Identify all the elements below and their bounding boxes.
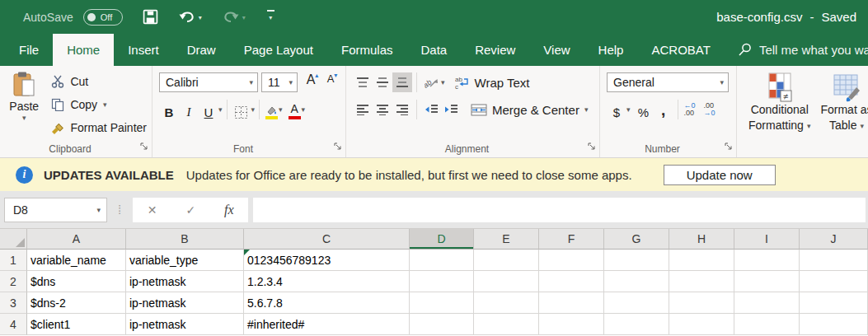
column-header-F[interactable]: F	[539, 229, 604, 250]
percent-button[interactable]: %	[634, 100, 654, 119]
cell-B1[interactable]: variable_type	[126, 250, 244, 271]
align-middle-button[interactable]	[373, 72, 392, 92]
undo-dropdown-icon[interactable]: ▾	[199, 12, 202, 24]
row-header-3[interactable]: 3	[0, 292, 27, 314]
copy-button[interactable]: Copy ▾	[51, 96, 147, 113]
align-center-button[interactable]	[373, 100, 392, 119]
cell-D4[interactable]	[410, 314, 474, 335]
grow-font-button[interactable]: A ▴	[303, 72, 322, 92]
fill-color-button[interactable]	[264, 100, 279, 119]
conditional-formatting-button[interactable]: ≠ Conditional Formatting ▾	[744, 71, 815, 141]
cell-G2[interactable]	[604, 271, 669, 292]
name-box[interactable]: D8 ▾	[4, 198, 107, 222]
cell-F1[interactable]	[539, 250, 604, 271]
row-header-2[interactable]: 2	[0, 271, 27, 292]
column-header-I[interactable]: I	[734, 229, 800, 250]
align-top-button[interactable]	[353, 72, 373, 92]
tab-page-layout[interactable]: Page Layout	[230, 34, 327, 66]
tab-formulas[interactable]: Formulas	[327, 34, 407, 66]
copy-dropdown-icon[interactable]: ▾	[103, 100, 107, 109]
cell-H1[interactable]	[669, 250, 734, 271]
underline-button[interactable]: U	[199, 100, 218, 119]
formula-input[interactable]	[253, 198, 866, 222]
cell-F2[interactable]	[539, 271, 604, 292]
tab-help[interactable]: Help	[584, 34, 638, 66]
update-now-button[interactable]: Update now	[664, 165, 776, 185]
undo-button[interactable]: ▾	[178, 10, 202, 24]
increase-decimal-button[interactable]: ←0 .00	[683, 100, 702, 119]
cell-B3[interactable]: ip-netmask	[126, 292, 244, 314]
cell-C2[interactable]: 1.2.3.4	[244, 271, 410, 292]
column-header-E[interactable]: E	[474, 229, 539, 250]
font-color-dropdown-icon[interactable]: ▾	[302, 105, 306, 114]
borders-button[interactable]	[232, 100, 251, 119]
font-color-button[interactable]: A	[288, 100, 302, 119]
cell-C4[interactable]: #inherited#	[244, 314, 410, 335]
cell-E4[interactable]	[474, 314, 539, 335]
autosave-toggle[interactable]: Off	[83, 9, 123, 26]
underline-dropdown-icon[interactable]: ▾	[218, 105, 223, 114]
row-header-4[interactable]: 4	[0, 314, 27, 335]
fill-color-dropdown-icon[interactable]: ▾	[279, 105, 283, 114]
cell-I3[interactable]	[734, 292, 800, 314]
cell-H2[interactable]	[669, 271, 734, 292]
cell-I1[interactable]	[734, 250, 800, 271]
cell-A3[interactable]: $dns-2	[27, 292, 126, 314]
decrease-decimal-button[interactable]: .00 →0	[702, 100, 722, 119]
borders-dropdown-icon[interactable]: ▾	[251, 105, 256, 114]
redo-button[interactable]: ▾	[222, 10, 246, 24]
shrink-font-button[interactable]: A ▾	[322, 72, 342, 92]
row-header-1[interactable]: 1	[0, 250, 27, 271]
cell-A2[interactable]: $dns	[27, 271, 126, 292]
column-header-C[interactable]: C	[244, 229, 410, 250]
cell-I4[interactable]	[734, 314, 800, 335]
cell-J3[interactable]	[800, 292, 868, 314]
column-header-D[interactable]: D	[410, 229, 474, 250]
merge-center-dropdown-icon[interactable]: ▾	[584, 105, 589, 114]
tab-draw[interactable]: Draw	[173, 34, 230, 66]
cell-D1[interactable]	[410, 250, 474, 271]
number-format-combo[interactable]: General ▾	[607, 72, 729, 92]
cell-D2[interactable]	[410, 271, 474, 292]
cancel-button[interactable]: ✕	[148, 203, 157, 217]
align-bottom-button[interactable]	[392, 72, 412, 92]
cell-G3[interactable]	[604, 292, 669, 314]
paste-dropdown-icon[interactable]: ▾	[22, 114, 26, 122]
currency-button[interactable]: $	[607, 100, 626, 119]
orientation-dropdown-icon[interactable]: ▾	[441, 78, 445, 86]
cell-D3[interactable]	[410, 292, 474, 314]
clipboard-dialog-launcher[interactable]	[140, 139, 148, 154]
italic-button[interactable]: I	[179, 100, 199, 119]
cut-button[interactable]: Cut	[51, 73, 147, 90]
cell-A1[interactable]: variable_name	[27, 250, 126, 271]
cell-E1[interactable]	[474, 250, 539, 271]
cell-E2[interactable]	[474, 271, 539, 292]
tab-view[interactable]: View	[529, 34, 584, 66]
cell-F4[interactable]	[539, 314, 604, 335]
align-left-button[interactable]	[353, 100, 373, 119]
cell-H4[interactable]	[669, 314, 734, 335]
cell-E3[interactable]	[474, 292, 539, 314]
column-header-B[interactable]: B	[126, 229, 244, 250]
cell-J4[interactable]	[800, 314, 868, 335]
cell-A4[interactable]: $client1	[27, 314, 126, 335]
cell-C3[interactable]: 5.6.7.8	[244, 292, 410, 314]
cell-G1[interactable]	[604, 250, 669, 271]
tab-file[interactable]: File	[5, 34, 53, 66]
column-header-J[interactable]: J	[800, 229, 868, 250]
wrap-text-button[interactable]: ab c Wrap Text	[455, 76, 530, 90]
tab-home[interactable]: Home	[53, 34, 114, 66]
cell-G4[interactable]	[604, 314, 669, 335]
save-button[interactable]	[143, 9, 158, 25]
merge-center-button[interactable]: Merge & Center ▾	[471, 103, 588, 117]
insert-function-button[interactable]: fx	[224, 203, 234, 217]
alignment-dialog-launcher[interactable]	[588, 139, 596, 154]
enter-button[interactable]: ✓	[185, 203, 195, 217]
increase-indent-button[interactable]	[441, 100, 461, 119]
column-header-A[interactable]: A	[27, 229, 126, 250]
name-box-dropdown-icon[interactable]: ▾	[96, 206, 101, 214]
cell-J1[interactable]	[800, 250, 868, 271]
format-painter-button[interactable]: Format Painter	[51, 119, 147, 136]
tab-insert[interactable]: Insert	[114, 34, 173, 66]
redo-dropdown-icon[interactable]: ▾	[242, 12, 246, 24]
